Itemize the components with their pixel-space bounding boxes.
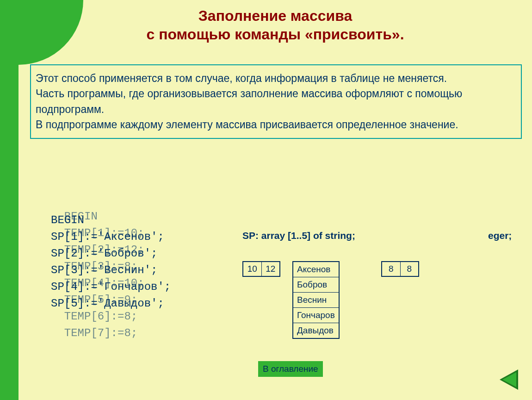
temp-row-right: 8 8	[381, 261, 419, 277]
sp-cell: Давыдов	[293, 323, 339, 339]
code-layer-front: BEGIN SP[1]:='Аксенов'; SP[2]:='Бобров';…	[51, 212, 171, 312]
title-line-2: с помощью команды «присвоить».	[146, 26, 404, 43]
slide-panel: Заполнение массива с помощью команды «пр…	[19, 0, 532, 400]
code-block: BEGIN TEMP[1]:=10; TEMP[2]:=12; TEMP[3]:…	[51, 208, 78, 275]
sp-list: Аксенов Бобров Веснин Гончаров Давыдов	[292, 261, 340, 339]
declaration-front: SP: array [1..5] of string;	[242, 230, 355, 241]
sp-cell: Гончаров	[293, 308, 339, 323]
temp-cell: 10	[243, 262, 261, 276]
temp-row-left: 10 12	[242, 261, 280, 277]
declaration-behind: eger;	[488, 230, 512, 241]
temp-cell: 8	[400, 262, 419, 276]
description-text: Этот способ применяется в том случае, ко…	[36, 71, 516, 132]
temp-cell: 8	[382, 262, 400, 276]
description-box: Этот способ применяется в том случае, ко…	[30, 64, 522, 139]
temp-cell: 12	[261, 262, 280, 276]
title-line-1: Заполнение массива	[198, 7, 352, 24]
toc-button[interactable]: В оглавление	[258, 361, 323, 377]
slide-title: Заполнение массива с помощью команды «пр…	[19, 6, 532, 44]
sp-cell: Веснин	[293, 293, 339, 308]
prev-arrow-icon[interactable]	[500, 369, 518, 390]
sp-cell: Бобров	[293, 277, 339, 293]
sp-cell: Аксенов	[293, 262, 339, 277]
